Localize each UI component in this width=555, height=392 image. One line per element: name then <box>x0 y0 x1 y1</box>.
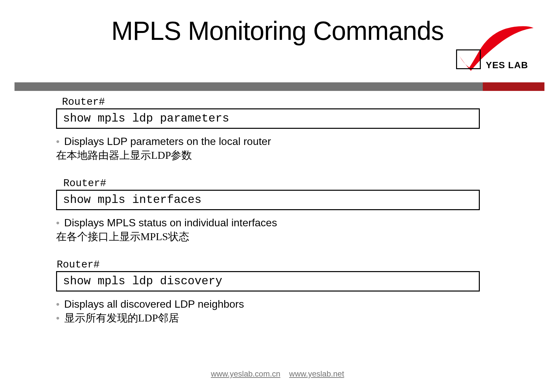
router-prompt: Router# <box>63 178 495 189</box>
bullet-text-cn: 显示所有发现的LDP邻居 <box>64 311 179 325</box>
content-area: Router# show mpls ldp parameters • Displ… <box>56 96 495 326</box>
footer-links: www.yeslab.com.cn www.yeslab.net <box>0 369 555 378</box>
bullet-icon: • <box>56 313 60 324</box>
footer-link-1[interactable]: www.yeslab.com.cn <box>211 369 280 378</box>
router-prompt: Router# <box>62 96 495 108</box>
command-section-1: Router# show mpls ldp parameters • Displ… <box>56 96 495 163</box>
bullet-icon: • <box>56 299 60 310</box>
command-section-2: Router# show mpls interfaces • Displays … <box>56 178 495 244</box>
bullet-text: Displays all discovered LDP neighbors <box>64 298 244 310</box>
router-prompt: Router# <box>57 259 495 270</box>
description-cn: 在各个接口上显示MPLS状态 <box>56 230 495 244</box>
command-box: show mpls ldp discovery <box>56 271 480 292</box>
divider-bar-gray <box>15 82 483 91</box>
logo-text: YES LAB <box>486 60 528 70</box>
bullet-icon: • <box>56 136 60 147</box>
bullet-icon: • <box>56 217 60 229</box>
bullet-item: • 显示所有发现的LDP邻居 <box>56 311 495 325</box>
bullet-item: • Displays all discovered LDP neighbors <box>56 298 495 310</box>
command-section-3: Router# show mpls ldp discovery • Displa… <box>56 259 495 325</box>
footer-link-2[interactable]: www.yeslab.net <box>289 369 344 378</box>
bullet-text: Displays MPLS status on individual inter… <box>64 217 277 229</box>
bullet-item: • Displays LDP parameters on the local r… <box>56 135 495 148</box>
bullet-text: Displays LDP parameters on the local rou… <box>64 135 271 148</box>
logo: YES LAB <box>453 25 545 74</box>
logo-box-icon <box>456 49 481 69</box>
command-box: show mpls ldp parameters <box>56 108 480 129</box>
command-box: show mpls interfaces <box>56 190 480 210</box>
divider-bar-red <box>483 82 544 91</box>
description-cn: 在本地路由器上显示LDP参数 <box>56 148 495 163</box>
bullet-item: • Displays MPLS status on individual int… <box>56 217 495 229</box>
